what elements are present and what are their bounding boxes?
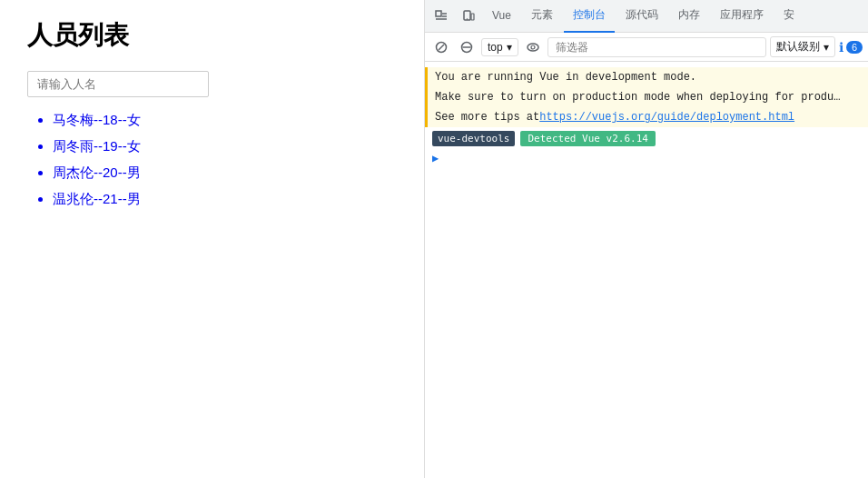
- context-dropdown[interactable]: top ▾: [481, 38, 518, 56]
- console-toolbar: top ▾ 默认级别 ▾ ℹ 6: [425, 33, 868, 62]
- deployment-link[interactable]: https://vuejs.org/guide/deployment.html: [539, 109, 794, 125]
- svg-point-6: [467, 18, 469, 20]
- list-item[interactable]: 周冬雨--19--女: [53, 138, 397, 155]
- svg-point-12: [531, 45, 535, 49]
- error-count-badge[interactable]: ℹ 6: [839, 40, 863, 55]
- tab-memory[interactable]: 内存: [669, 0, 709, 33]
- devtools-panel: Vue 元素 控制台 源代码 内存 应用程序 安 top ▾: [425, 0, 868, 478]
- chevron-down-icon: ▾: [824, 41, 829, 54]
- search-input[interactable]: [27, 71, 209, 97]
- vue-devtools-badge: vue-devtools: [432, 131, 515, 146]
- person-list: 马冬梅--18--女 周冬雨--19--女 周杰伦--20--男 温兆伦--21…: [27, 112, 397, 208]
- list-item[interactable]: 温兆伦--21--男: [53, 191, 397, 208]
- block-icon-btn[interactable]: [456, 36, 478, 58]
- svg-point-11: [528, 44, 538, 51]
- tab-sources[interactable]: 源代码: [616, 0, 667, 33]
- console-text: Make sure to turn on production mode whe…: [435, 89, 840, 105]
- log-level-dropdown[interactable]: 默认级别 ▾: [770, 36, 835, 57]
- device-icon-btn[interactable]: [456, 4, 481, 29]
- filter-input[interactable]: [547, 37, 766, 57]
- eye-icon-btn[interactable]: [522, 36, 544, 58]
- devtools-nav: Vue 元素 控制台 源代码 内存 应用程序 安: [425, 0, 868, 33]
- console-line: Make sure to turn on production mode whe…: [425, 87, 868, 107]
- console-text-prefix: See more tips at: [435, 109, 539, 125]
- console-line: You are running Vue in development mode.: [425, 67, 868, 87]
- vue-devtools-line: vue-devtools Detected Vue v2.6.14: [425, 127, 868, 150]
- tab-more[interactable]: 安: [774, 0, 804, 33]
- console-line: See more tips at https://vuejs.org/guide…: [425, 107, 868, 127]
- context-label: top: [488, 41, 503, 54]
- console-expand-arrow[interactable]: ▶: [425, 150, 868, 167]
- svg-line-8: [439, 45, 444, 50]
- list-item[interactable]: 周杰伦--20--男: [53, 164, 397, 182]
- chevron-down-icon: ▾: [507, 41, 512, 54]
- tab-elements[interactable]: 元素: [522, 0, 562, 33]
- inspect-icon-btn[interactable]: [429, 4, 454, 29]
- tab-console[interactable]: 控制台: [564, 0, 615, 33]
- log-level-label: 默认级别: [776, 39, 820, 55]
- error-count: 6: [846, 41, 863, 54]
- clear-console-button[interactable]: [430, 36, 452, 58]
- tab-application[interactable]: 应用程序: [711, 0, 773, 33]
- console-output: You are running Vue in development mode.…: [425, 62, 868, 478]
- svg-rect-0: [436, 11, 441, 16]
- svg-rect-5: [471, 14, 474, 20]
- console-text: You are running Vue in development mode.: [435, 69, 696, 85]
- detected-badge: Detected Vue v2.6.14: [520, 131, 655, 146]
- left-panel: 人员列表 马冬梅--18--女 周冬雨--19--女 周杰伦--20--男 温兆…: [0, 0, 425, 478]
- info-icon: ℹ: [839, 40, 843, 55]
- list-item[interactable]: 马冬梅--18--女: [53, 112, 397, 129]
- page-title: 人员列表: [27, 18, 397, 53]
- tab-vue[interactable]: Vue: [483, 0, 520, 33]
